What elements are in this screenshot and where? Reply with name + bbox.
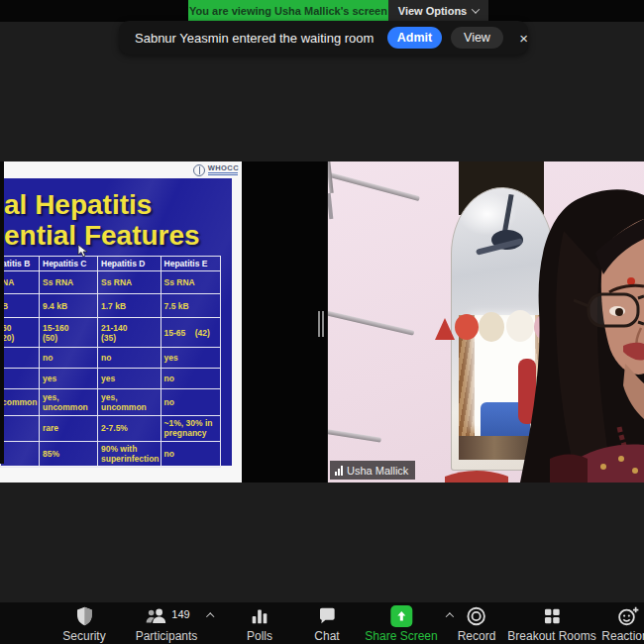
who-emblem-icon [193, 164, 205, 176]
table-cell: 15-160 (50) [40, 318, 98, 348]
table-cell [1, 441, 40, 467]
slide-title-line2: ential Features [4, 220, 200, 252]
table-cell: yes [40, 369, 98, 389]
toolbar-security[interactable]: Security [62, 605, 105, 643]
meeting-toolbar: Security 149 Participants [0, 602, 644, 644]
polls-bars-icon [249, 605, 270, 627]
toolbar-chat[interactable]: Chat [314, 605, 339, 643]
table-row: 85% 90% with superinfection no [1, 441, 221, 467]
participant-name-tag: Usha Mallick [330, 461, 415, 480]
toolbar-label: Security [62, 629, 105, 643]
toolbar-label: Breakout Rooms [507, 629, 595, 643]
table-cell [1, 348, 40, 369]
table-cell: 21-140 (35) [98, 318, 161, 348]
share-screen-arrow-icon [390, 605, 412, 627]
table-row: no no yes [1, 348, 221, 369]
table-cell: 85% [40, 441, 98, 467]
toolbar-label: Share Screen [365, 629, 437, 643]
toolbar-label: Record [458, 629, 496, 643]
toolbar-participants[interactable]: 149 Participants [136, 605, 198, 643]
table-cell [1, 416, 40, 441]
table-cell: Ss RNA [161, 271, 220, 294]
logo-subtext [208, 172, 238, 176]
table-header: Hepatitis D [98, 257, 161, 271]
table-cell: 15-65 (42) [161, 318, 220, 348]
toolbar-label: Polls [247, 629, 272, 643]
table-row: B 9.4 kB 1.7 kB 7.5 kB [1, 294, 221, 318]
toolbar-label: Participants [136, 629, 198, 643]
participants-menu-chevron-icon[interactable] [206, 612, 214, 620]
shared-screen-pane: WHOCC al Hepatitis ential Features atiti… [0, 161, 327, 483]
share-menu-chevron-icon[interactable] [446, 612, 454, 620]
table-cell: 7.5 kB [161, 294, 220, 318]
toolbar-label: Chat [314, 629, 339, 643]
table-header: Hepatitis E [161, 257, 220, 271]
table-cell: yes [98, 369, 161, 389]
zoom-meeting-window: You are viewing Usha Mallick's screen Vi… [0, 0, 644, 644]
waiting-room-notification: Sabnur Yeasmin entered the waiting room … [119, 21, 528, 54]
screen-viewing-banner: You are viewing Usha Mallick's screen [188, 0, 388, 22]
toolbar-share-screen[interactable]: Share Screen [365, 605, 437, 643]
view-options-button[interactable]: View Options [388, 0, 488, 22]
toolbar-label: Reactions [601, 629, 644, 643]
table-cell: 9.4 kB [40, 294, 98, 318]
table-row: common yes, uncommon yes, uncommon no [1, 389, 221, 416]
top-bar: You are viewing Usha Mallick's screen Vi… [0, 0, 644, 22]
table-header: atitis B [1, 257, 40, 271]
close-icon[interactable]: × [519, 31, 528, 46]
participants-count: 149 [171, 608, 189, 620]
mouse-cursor [77, 244, 88, 258]
view-button[interactable]: View [451, 27, 504, 49]
chevron-down-icon [472, 5, 480, 13]
view-options-label: View Options [398, 5, 467, 17]
table-header: Hepatitis C [40, 257, 98, 271]
table-cell: Ss RNA [40, 271, 98, 294]
table-cell: 60 20) [1, 318, 40, 348]
table-cell: yes [161, 348, 220, 369]
table-cell: yes, uncommon [40, 389, 98, 416]
table-row: 60 20) 15-160 (50) 21-140 (35) 15-65 (42… [1, 318, 221, 348]
hepatitis-comparison-table: atitis B Hepatitis C Hepatitis D Hepatit… [0, 256, 221, 468]
chat-bubble-icon [316, 605, 338, 627]
record-circle-icon [466, 605, 487, 627]
table-cell: no [98, 348, 161, 369]
admit-button[interactable]: Admit [387, 27, 441, 49]
shield-icon [73, 605, 95, 627]
table-cell: no [161, 441, 220, 467]
table-row: yes yes no [1, 369, 221, 389]
table-cell: yes, uncommon [98, 389, 161, 416]
table-cell: 2-7.5% [98, 416, 161, 441]
table-cell: rare [40, 416, 98, 441]
table-cell: Ss RNA [98, 271, 161, 294]
participant-name: Usha Mallick [347, 465, 408, 477]
slide-edge-shadow [0, 161, 4, 464]
table-cell: no [161, 389, 220, 416]
toolbar-record[interactable]: Record [458, 605, 496, 643]
table-cell: 1.7 kB [98, 294, 161, 318]
table-cell: B [1, 294, 40, 318]
logo-text: WHOCC [208, 164, 239, 172]
table-row: rare 2-7.5% ~1%, 30% in pregnancy [1, 416, 221, 441]
reactions-smiley-icon [616, 605, 640, 627]
table-cell: no [161, 369, 220, 389]
participants-icon [143, 605, 168, 627]
participant-person [328, 161, 644, 483]
audio-level-bars-icon [335, 466, 343, 476]
participant-video-tile: Usha Mallick [328, 161, 644, 483]
whocc-logo: WHOCC [193, 163, 239, 177]
notification-message: Sabnur Yeasmin entered the waiting room [135, 31, 374, 46]
table-cell: 90% with superinfection [98, 441, 161, 467]
table-cell: no [40, 348, 98, 369]
toolbar-breakout-rooms[interactable]: Breakout Rooms [507, 605, 595, 643]
breakout-grid-icon [541, 605, 563, 627]
pane-resize-handle[interactable] [318, 311, 325, 337]
table-cell: NA [1, 271, 40, 294]
table-cell: common [1, 389, 40, 416]
slide-title-line1: al Hepatitis [4, 189, 152, 221]
table-cell [1, 369, 40, 389]
toolbar-reactions[interactable]: Reactions [601, 605, 644, 643]
table-header-row: atitis B Hepatitis C Hepatitis D Hepatit… [1, 257, 221, 271]
table-row: NA Ss RNA Ss RNA Ss RNA [1, 271, 221, 294]
table-cell: ~1%, 30% in pregnancy [161, 416, 220, 441]
toolbar-polls[interactable]: Polls [247, 605, 272, 643]
